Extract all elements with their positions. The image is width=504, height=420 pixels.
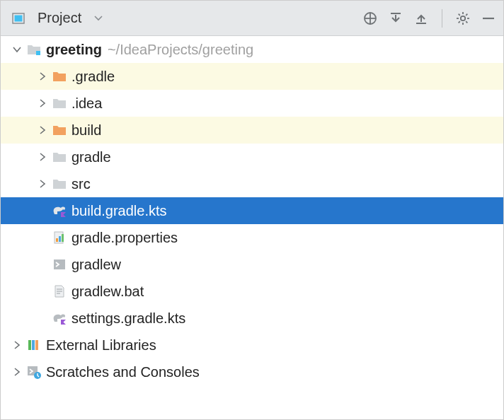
tree-item-label: gradlew.bat <box>71 284 144 300</box>
tool-window-header: Project <box>1 1 503 36</box>
tree-item-label: gradle.properties <box>71 230 178 246</box>
libraries-icon <box>25 338 43 352</box>
svg-line-15 <box>466 21 467 23</box>
tree-item-gradle[interactable]: gradle <box>1 144 503 170</box>
chevron-down-icon <box>94 16 103 21</box>
collapse-all-icon[interactable] <box>413 11 429 26</box>
tree-item-label: .gradle <box>71 69 115 85</box>
shell-script-icon <box>50 258 69 271</box>
tree-item-label: External Libraries <box>46 337 156 354</box>
hide-icon[interactable] <box>481 11 496 26</box>
chevron-right-icon[interactable] <box>9 341 25 349</box>
tree-item-gradlew[interactable]: gradlew <box>1 251 503 278</box>
chevron-down-icon[interactable] <box>9 45 25 54</box>
svg-line-14 <box>459 13 460 15</box>
project-view-title: Project <box>38 10 81 26</box>
tree-item-label: Scratches and Consoles <box>46 364 200 380</box>
select-opened-file-icon[interactable] <box>362 11 378 26</box>
header-actions <box>362 9 496 28</box>
chevron-right-icon[interactable] <box>35 99 50 107</box>
scratches-icon <box>25 365 43 379</box>
tree-item-build-gradle-kts[interactable]: build.gradle.kts <box>1 197 503 224</box>
tree-item-label: gradle <box>71 149 111 165</box>
tree-item-label: greeting <box>46 42 102 58</box>
tree-item-label: gradlew <box>71 257 121 273</box>
tree-item-label: build.gradle.kts <box>71 203 167 219</box>
folder-icon <box>50 71 69 82</box>
folder-icon <box>50 178 69 189</box>
tree-item-label: build <box>71 122 101 139</box>
tree-item-external-libraries[interactable]: External Libraries <box>1 332 503 358</box>
chevron-right-icon[interactable] <box>35 153 50 161</box>
text-file-icon <box>50 284 69 298</box>
svg-line-16 <box>459 21 460 23</box>
svg-rect-23 <box>62 234 64 242</box>
gear-icon[interactable] <box>455 11 471 26</box>
folder-icon <box>50 151 69 163</box>
svg-rect-22 <box>59 236 61 242</box>
module-folder-icon <box>25 43 43 56</box>
svg-line-17 <box>466 13 467 15</box>
svg-point-9 <box>461 16 465 20</box>
chevron-right-icon[interactable] <box>35 72 50 81</box>
folder-icon <box>50 124 69 136</box>
svg-rect-28 <box>28 340 31 350</box>
tree-item-scratches[interactable]: Scratches and Consoles <box>1 358 503 385</box>
svg-rect-19 <box>36 51 40 55</box>
tree-item-src[interactable]: src <box>1 170 503 197</box>
tree-item-build[interactable]: build <box>1 117 503 144</box>
svg-rect-30 <box>35 340 38 350</box>
project-view-selector[interactable]: Project <box>9 10 103 26</box>
svg-rect-29 <box>32 340 35 350</box>
tree-item-idea[interactable]: .idea <box>1 90 503 117</box>
separator <box>442 9 442 28</box>
tree-item-path: ~/IdeaProjects/greeting <box>108 42 253 58</box>
tree-item-label: .idea <box>71 95 102 112</box>
tree-item-label: src <box>71 176 91 192</box>
gradle-kotlin-file-icon <box>50 204 69 217</box>
svg-rect-1 <box>15 15 23 21</box>
chevron-right-icon[interactable] <box>35 180 50 188</box>
tree-item-label: settings.gradle.kts <box>71 310 185 327</box>
tree-item-gradlew-bat[interactable]: gradlew.bat <box>1 278 503 305</box>
folder-icon <box>50 98 69 109</box>
project-tree[interactable]: greeting ~/IdeaProjects/greeting .gradle… <box>1 36 503 385</box>
chevron-right-icon[interactable] <box>9 368 25 376</box>
svg-rect-21 <box>56 238 58 242</box>
tree-item-greeting[interactable]: greeting ~/IdeaProjects/greeting <box>1 36 503 63</box>
project-view-icon <box>9 11 28 25</box>
gradle-kotlin-file-icon <box>50 312 69 325</box>
tree-item-settings-gradle-kts[interactable]: settings.gradle.kts <box>1 305 503 332</box>
tree-item-gradle-dot[interactable]: .gradle <box>1 63 503 90</box>
properties-file-icon <box>50 231 69 245</box>
tree-item-gradle-properties[interactable]: gradle.properties <box>1 224 503 251</box>
expand-all-icon[interactable] <box>388 11 403 26</box>
chevron-right-icon[interactable] <box>35 126 50 134</box>
